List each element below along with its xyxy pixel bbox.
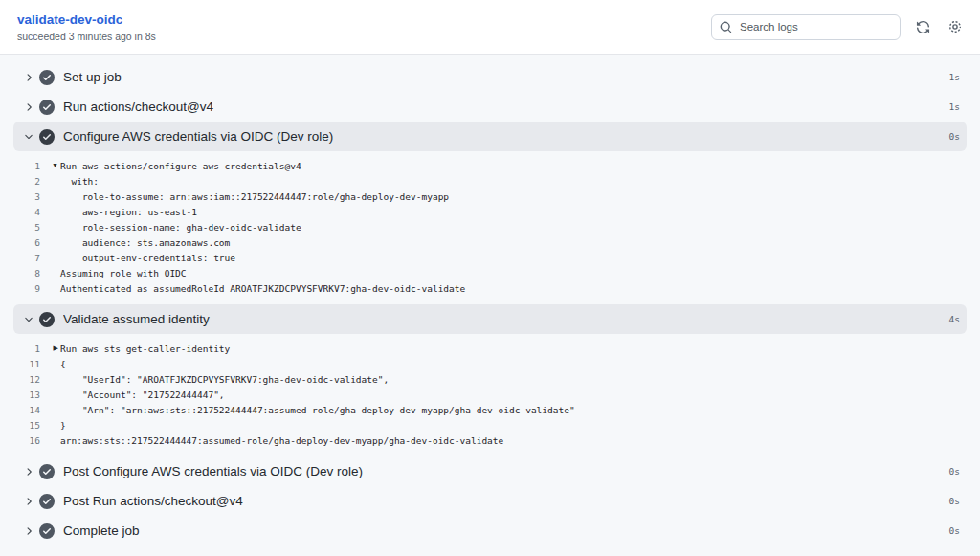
log-line: 16arn:aws:sts::217522444447:assumed-role…: [0, 433, 980, 448]
log-line: 7 output-env-credentials: true: [0, 250, 980, 265]
step: Post Configure AWS credentials via OIDC …: [0, 456, 980, 486]
log-line-number[interactable]: 1: [0, 344, 40, 354]
log-line: 4 aws-region: us-east-1: [0, 204, 980, 219]
step: Set up job1s: [0, 62, 980, 92]
log-text: "UserId": "AROATFJKZDCPVYSFVRKV7:gha-dev…: [60, 374, 389, 385]
gear-icon: [947, 19, 963, 34]
step-label: Post Run actions/checkout@v4: [63, 494, 949, 508]
log-text: "Account": "217522444447",: [60, 389, 225, 400]
sync-icon: [916, 20, 930, 34]
log-line: 11{: [0, 356, 980, 371]
step-label: Post Configure AWS credentials via OIDC …: [63, 464, 949, 478]
log-line: 8Assuming role with OIDC: [0, 265, 980, 280]
step-label: Run actions/checkout@v4: [63, 100, 949, 114]
log-line-number[interactable]: 15: [0, 420, 40, 431]
step-header-configure-aws-credentials-via-oidc-dev-role[interactable]: Configure AWS credentials via OIDC (Dev …: [13, 122, 967, 151]
log-line-number[interactable]: 6: [0, 237, 40, 248]
step-label: Set up job: [63, 70, 949, 84]
check-circle-icon: [39, 312, 55, 327]
log-text: Run aws-actions/configure-aws-credential…: [60, 161, 301, 171]
check-circle-icon: [39, 523, 55, 539]
log-line: 6 audience: sts.amazonaws.com: [0, 234, 980, 250]
step-header-validate-assumed-identity[interactable]: Validate assumed identity4s: [13, 304, 967, 334]
log-line: 1▶Run aws sts get-caller-identity: [0, 341, 980, 356]
refresh-logs-button[interactable]: [914, 18, 932, 36]
check-circle-icon: [39, 464, 55, 479]
step-list: Set up job1sRun actions/checkout@v41sCon…: [0, 55, 980, 545]
search-icon: [720, 21, 732, 33]
step-header-set-up-job[interactable]: Set up job1s: [13, 62, 967, 92]
log-text: with:: [60, 176, 99, 187]
log-text: arn:aws:sts::217522444447:assumed-role/g…: [60, 435, 503, 446]
log-line-number[interactable]: 3: [0, 191, 40, 202]
step: Complete job0s: [0, 516, 980, 545]
job-status-summary: succeeded 3 minutes ago in 8s: [17, 31, 156, 42]
log-line: 2 with:: [0, 173, 980, 189]
step-log: 1▼Run aws-actions/configure-aws-credenti…: [0, 151, 980, 304]
step-label: Validate assumed identity: [63, 312, 949, 326]
log-line-number[interactable]: 7: [0, 253, 40, 263]
step-duration: 1s: [949, 101, 960, 112]
log-line-number[interactable]: 5: [0, 222, 40, 233]
chevron-down-icon[interactable]: [23, 131, 34, 143]
chevron-right-icon[interactable]: [23, 101, 34, 113]
log-text: role-session-name: gha-dev-oidc-validate: [60, 222, 301, 233]
check-circle-icon: [39, 494, 55, 509]
log-text: aws-region: us-east-1: [60, 207, 197, 217]
search-logs-box[interactable]: [711, 14, 901, 40]
log-text: Run aws sts get-caller-identity: [60, 344, 230, 354]
log-line: 12 "UserId": "AROATFJKZDCPVYSFVRKV7:gha-…: [0, 371, 980, 387]
job-title-link[interactable]: validate-dev-oidc: [17, 12, 156, 27]
step-duration: 0s: [949, 496, 960, 506]
log-line: 5 role-session-name: gha-dev-oidc-valida…: [0, 219, 980, 234]
chevron-right-icon[interactable]: [23, 496, 34, 507]
check-circle-icon: [39, 129, 55, 145]
log-text: output-env-credentials: true: [60, 253, 235, 263]
log-line-number[interactable]: 1: [0, 161, 40, 171]
log-settings-button[interactable]: [946, 17, 965, 36]
step-header-run-actions-checkout-v4[interactable]: Run actions/checkout@v41s: [13, 92, 967, 122]
step: Run actions/checkout@v41s: [0, 92, 980, 122]
log-text: audience: sts.amazonaws.com: [60, 237, 230, 248]
step-duration: 0s: [949, 131, 960, 142]
job-info: validate-dev-oidc succeeded 3 minutes ag…: [17, 12, 156, 42]
chevron-down-icon[interactable]: [23, 314, 34, 325]
log-line-number[interactable]: 4: [0, 207, 40, 217]
triangle-down-icon[interactable]: ▼: [40, 158, 60, 173]
step: Validate assumed identity4s1▶Run aws sts…: [0, 304, 980, 456]
step-header-post-configure-aws-credentials-via-oidc-dev-role[interactable]: Post Configure AWS credentials via OIDC …: [13, 456, 967, 486]
chevron-right-icon[interactable]: [23, 72, 34, 83]
check-circle-icon: [39, 100, 55, 115]
log-line-number[interactable]: 14: [0, 405, 40, 415]
log-line-number[interactable]: 11: [0, 359, 40, 369]
chevron-right-icon[interactable]: [23, 466, 34, 478]
log-line-number[interactable]: 13: [0, 389, 40, 400]
step: Post Run actions/checkout@v40s: [0, 486, 980, 516]
log-text: {: [60, 359, 66, 369]
step-label: Configure AWS credentials via OIDC (Dev …: [63, 129, 949, 144]
step-header-post-run-actions-checkout-v4[interactable]: Post Run actions/checkout@v40s: [13, 486, 967, 516]
log-toolbar: [711, 14, 965, 40]
log-text: }: [60, 420, 66, 431]
step: Configure AWS credentials via OIDC (Dev …: [0, 122, 980, 304]
step-header-complete-job[interactable]: Complete job0s: [13, 516, 967, 545]
log-line-number[interactable]: 9: [0, 283, 40, 294]
chevron-right-icon[interactable]: [23, 525, 34, 537]
log-line-number[interactable]: 16: [0, 435, 40, 446]
log-line: 9Authenticated as assumedRoleId AROATFJK…: [0, 280, 980, 296]
triangle-right-icon[interactable]: ▶: [40, 341, 60, 356]
step-duration: 0s: [949, 525, 960, 536]
log-line-number[interactable]: 8: [0, 268, 40, 278]
check-circle-icon: [39, 70, 55, 85]
workflow-job-log-page: validate-dev-oidc succeeded 3 minutes ag…: [0, 0, 980, 556]
log-line: 13 "Account": "217522444447",: [0, 387, 980, 402]
log-line: 14 "Arn": "arn:aws:sts::217522444447:ass…: [0, 402, 980, 417]
run-header: validate-dev-oidc succeeded 3 minutes ag…: [0, 0, 980, 55]
step-duration: 1s: [949, 72, 960, 82]
log-line: 3 role-to-assume: arn:aws:iam::217522444…: [0, 189, 980, 204]
search-logs-input[interactable]: [738, 20, 892, 33]
log-line-number[interactable]: 12: [0, 374, 40, 385]
log-text: role-to-assume: arn:aws:iam::21752244444…: [60, 191, 449, 202]
log-line-number[interactable]: 2: [0, 176, 40, 187]
log-text: Assuming role with OIDC: [60, 268, 187, 278]
